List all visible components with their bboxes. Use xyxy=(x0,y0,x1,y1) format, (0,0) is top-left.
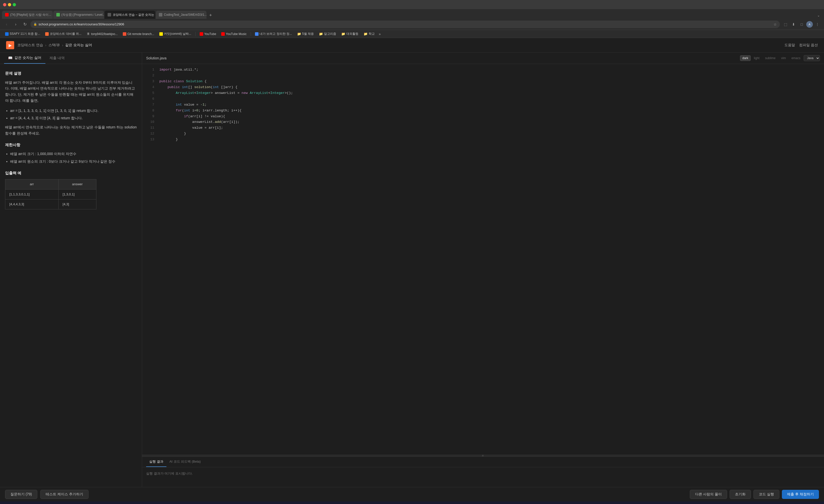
tab-label-2: (작성중) [Programmers / Level... xyxy=(62,13,104,17)
address-text: school.programmers.co.kr/learn/courses/3… xyxy=(38,22,772,26)
profile-icon[interactable]: A xyxy=(806,21,813,28)
breadcrumb-sep-2: › xyxy=(62,43,63,47)
bookmark-ytmusic[interactable]: YouTube Music xyxy=(219,31,248,37)
tab-close-1[interactable]: ✕ xyxy=(53,13,53,17)
traffic-lights xyxy=(3,3,16,6)
results-content: 실행 결과가 여기에 표시됩니다. xyxy=(142,467,824,480)
menu-icon[interactable]: ⋮ xyxy=(814,21,821,28)
main-content: 📖 같은 숫자는 싫어 제출 내역 문제 설명 배열 arr가 주어집니다. 배… xyxy=(0,53,824,487)
tab-youtube-playlist[interactable]: (74) [Playlist] 많은 사람 속이... ✕ xyxy=(2,11,53,19)
tab-coding-test-active[interactable]: 코딩테스트 연습 – 같은 숫자는 싫이... ✕ xyxy=(105,11,155,19)
code-line-7: 7 int value = -1; xyxy=(142,102,824,108)
reset-button[interactable]: 초기화 xyxy=(730,490,751,499)
execution-result-label: 실행 결과 xyxy=(149,460,164,464)
problem-description-text: 배열 arr가 주어집니다. 배열 arr의 각 원소는 숫자 0부터 9까지로… xyxy=(5,80,137,104)
problem-content: 문제 설명 배열 arr가 주어집니다. 배열 arr의 각 원소는 숫자 0부… xyxy=(0,64,142,215)
code-line-1: 1 import java.util.*; xyxy=(142,67,824,73)
problem-paragraph-1: 배열 arr가 주어집니다. 배열 arr의 각 원소는 숫자 0부터 9까지로… xyxy=(5,80,137,104)
tab-execution-result[interactable]: 실행 결과 xyxy=(146,457,167,467)
bookmark-git[interactable]: Git remote branch... xyxy=(121,31,156,37)
theme-dark-btn[interactable]: dark xyxy=(740,55,750,61)
bookmark-folder-algo[interactable]: 📁 알고리즘 xyxy=(317,31,338,37)
close-button[interactable] xyxy=(3,3,6,6)
bookmark-folder-school[interactable]: 📁 학교 xyxy=(362,31,377,37)
constraints-title: 제한사항 xyxy=(5,141,137,148)
download-icon[interactable]: ⬇ xyxy=(790,21,797,28)
resize-handle[interactable]: ≡ xyxy=(142,455,824,457)
ytmusic-icon xyxy=(221,32,225,36)
back-button[interactable]: ‹ xyxy=(3,21,10,28)
language-select[interactable]: Java xyxy=(804,55,820,61)
help-link[interactable]: 도움말 xyxy=(785,43,795,47)
bookmark-folder-job[interactable]: 📁 5월 채용 xyxy=(295,31,316,37)
bookmarks-bar: SSAFY 11기 최종 합... 코딩테스트 대비를 위... B tony9… xyxy=(0,30,824,38)
add-testcase-button[interactable]: 테스트 케이스 추가하기 xyxy=(40,490,89,499)
tab-programmers-draft[interactable]: (작성중) [Programmers / Level... ✕ xyxy=(53,11,104,19)
tab-java-coding[interactable]: CodingTest_Java/SWEA/D3/1... ✕ xyxy=(156,11,207,19)
toolbar: ‹ › ↻ 🔒 school.programmers.co.kr/learn/c… xyxy=(0,19,824,30)
compile-options-link[interactable]: 컴파일 옵션 xyxy=(799,43,818,47)
bookmark-kakao[interactable]: 커밋(commit) 날짜... xyxy=(157,31,193,37)
cast-icon[interactable]: □ xyxy=(798,21,805,28)
bookmark-baekjoon[interactable]: B tony9402/baekjoo... xyxy=(85,31,120,37)
left-panel: 📖 같은 숫자는 싫어 제출 내역 문제 설명 배열 arr가 주어집니다. 배… xyxy=(0,53,142,487)
breadcrumb-coding-test[interactable]: 코딩테스트 연습 xyxy=(17,43,43,47)
bookmark-review[interactable]: 내가 보려고 정리한 정... xyxy=(253,31,294,37)
youtube-icon xyxy=(200,32,203,36)
tab-icon-coding xyxy=(108,13,111,16)
tab-label-1: (74) [Playlist] 많은 사람 속이... xyxy=(10,13,51,17)
bookmark-star-icon[interactable]: ☆ xyxy=(774,22,777,26)
others-solution-button[interactable]: 다른 사람의 풀이 xyxy=(690,490,727,499)
bookmark-folder-job-label: 5월 채용 xyxy=(302,32,314,36)
page-header: ▶ 코딩테스트 연습 › 스택/큐 › 같은 숫자는 싫어 도움말 컴파일 옵션 xyxy=(0,38,824,53)
bookmark-youtube[interactable]: YouTube xyxy=(198,31,218,37)
ai-feedback-label: AI 코드 피드백 (Beta) xyxy=(170,460,201,464)
extension-icon[interactable]: ⬚ xyxy=(782,21,789,28)
new-tab-button[interactable]: + xyxy=(207,12,214,19)
tab-icon-yt xyxy=(5,13,9,16)
bookmarks-more-icon[interactable]: » xyxy=(379,32,381,36)
minimize-button[interactable] xyxy=(8,3,11,6)
review-icon xyxy=(255,32,259,36)
tab-submission-history[interactable]: 제출 내역 xyxy=(45,53,69,64)
io-col-arr: arr xyxy=(5,179,59,189)
theme-emacs-btn[interactable]: emacs xyxy=(789,55,803,61)
bookmark-git-label: Git remote branch... xyxy=(127,32,154,36)
code-editor[interactable]: 1 import java.util.*; 2 3 public class S… xyxy=(142,64,824,455)
forward-button[interactable]: › xyxy=(12,21,19,28)
bookmark-ssafy[interactable]: SSAFY 11기 최종 합... xyxy=(3,31,42,37)
constraints-section: 제한사항 배열 arr의 크기 : 1,000,000 이하의 자연수 배열 a… xyxy=(5,141,137,165)
tab-ai-feedback[interactable]: AI 코드 피드백 (Beta) xyxy=(167,457,204,467)
bookmark-baekjoon-label: tony9402/baekjoo... xyxy=(91,32,118,36)
bookmark-kakao-label: 커밋(commit) 날짜... xyxy=(164,32,191,36)
submit-button[interactable]: 제출 후 채점하기 xyxy=(782,490,819,499)
bookmark-coding[interactable]: 코딩테스트 대비를 위... xyxy=(43,31,84,37)
folder-icon-1: 📁 xyxy=(297,32,301,36)
baekjoon-icon: B xyxy=(87,32,90,36)
bookmark-review-label: 내가 보려고 정리한 정... xyxy=(260,32,292,36)
bookmark-ssafy-label: SSAFY 11기 최종 합... xyxy=(10,32,40,36)
io-table: arr answer [1,1,3,3,0,1,1] [1,3,0,1] [4,… xyxy=(5,179,96,209)
tab-problem-desc[interactable]: 📖 같은 숫자는 싫어 xyxy=(4,53,45,64)
address-bar[interactable]: 🔒 school.programmers.co.kr/learn/courses… xyxy=(30,20,780,28)
io-section: 입출력 예 arr answer [1,1,3,3,0,1,1] [1,3,0,… xyxy=(5,170,137,209)
problem-tab-label-2: 제출 내역 xyxy=(49,56,65,61)
bottom-left-actions: 질문하기 (79) 테스트 케이스 추가하기 xyxy=(5,490,89,499)
code-line-6: 6 xyxy=(142,96,824,102)
maximize-button[interactable] xyxy=(13,3,16,6)
run-code-button[interactable]: 코드 실행 xyxy=(753,490,779,499)
book-icon: 📖 xyxy=(8,56,12,60)
lock-icon: 🔒 xyxy=(33,23,37,26)
theme-vim-btn[interactable]: vim xyxy=(779,55,788,61)
editor-options: dark light sublime vim emacs Java xyxy=(740,55,820,61)
breadcrumb-stack-queue[interactable]: 스택/큐 xyxy=(48,43,60,47)
theme-light-btn[interactable]: light xyxy=(752,55,762,61)
tabs-chevron-icon[interactable]: ⌄ xyxy=(815,12,822,19)
breadcrumb-current: 같은 숫자는 싫어 xyxy=(65,43,92,47)
reload-button[interactable]: ↻ xyxy=(21,21,28,28)
code-line-3: 3 public class Solution { xyxy=(142,79,824,85)
folder-icon-4: 📁 xyxy=(364,32,368,36)
bookmark-folder-activities[interactable]: 📁 대외활동 xyxy=(339,31,360,37)
theme-sublime-btn[interactable]: sublime xyxy=(763,55,778,61)
question-button[interactable]: 질문하기 (79) xyxy=(5,490,37,499)
